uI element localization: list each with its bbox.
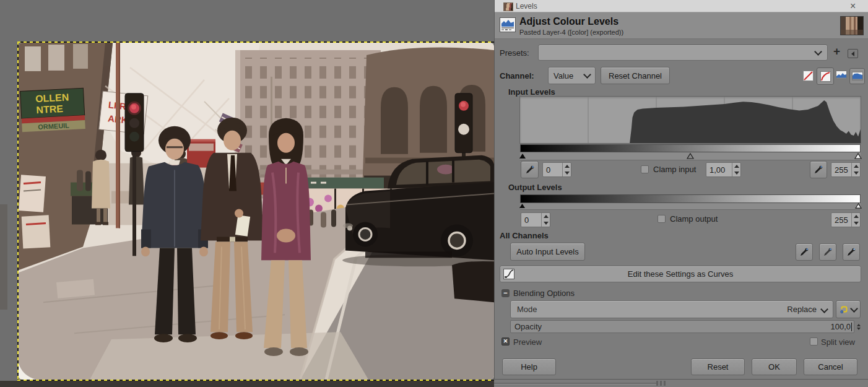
gamma-value: 1,00 <box>706 163 732 176</box>
presets-menu-button[interactable] <box>848 49 858 58</box>
histogram-plot <box>520 97 861 143</box>
window-icon <box>503 2 513 11</box>
linear-histogram-icon[interactable] <box>836 71 847 82</box>
help-button[interactable]: Help <box>502 359 556 375</box>
mode-combo[interactable]: Mode Replace <box>510 300 833 318</box>
chevron-down-icon <box>814 48 822 56</box>
presets-combo[interactable] <box>538 45 828 61</box>
black-picker-button[interactable] <box>521 161 539 178</box>
white-point-slider[interactable] <box>854 153 862 159</box>
pick-black-button[interactable] <box>796 243 813 261</box>
dialog-title: Adjust Colour Levels <box>519 16 618 27</box>
opacity-label: Opacity <box>511 322 542 331</box>
levels-tool-icon <box>500 17 516 32</box>
pick-gray-button[interactable] <box>819 243 836 261</box>
image-canvas[interactable]: OLLEN NTRE ORMEUIL LFRED ARKS <box>19 43 494 380</box>
perceptual-trc-button[interactable] <box>817 67 834 85</box>
check-icon: ✕ <box>503 339 508 344</box>
opacity-value: 100,0 <box>830 322 851 331</box>
split-view-label: Split view <box>821 337 855 347</box>
output-white-value: 255 <box>831 213 851 227</box>
dock-strip <box>494 379 868 387</box>
input-black-value: 0 <box>543 163 562 176</box>
dialog-header: Adjust Colour Levels Pasted Layer-4 ([co… <box>495 12 868 39</box>
blending-options-label: Blending Options <box>513 289 575 298</box>
preview-checkbox[interactable]: ✕ <box>501 337 510 346</box>
close-icon[interactable]: × <box>850 0 856 12</box>
channel-label: Channel: <box>500 71 534 80</box>
spinner[interactable] <box>541 213 550 227</box>
window-title: Levels <box>516 2 537 11</box>
channel-combo[interactable]: Value <box>548 67 596 84</box>
cancel-button[interactable]: Cancel <box>804 359 857 375</box>
preview-label: Preview <box>513 337 542 347</box>
log-histogram-button[interactable] <box>849 68 865 84</box>
pane-grip[interactable] <box>656 381 672 386</box>
linear-trc-icon[interactable] <box>803 71 814 81</box>
add-preset-button[interactable]: + <box>833 45 840 58</box>
blending-expander[interactable]: − <box>501 289 510 297</box>
output-black-slider[interactable] <box>519 203 526 209</box>
edit-as-curves-label: Edit these Settings as Curves <box>500 269 861 279</box>
chevron-down-icon <box>850 305 858 313</box>
all-channels-title: All Channels <box>500 231 549 240</box>
clamp-input-checkbox[interactable] <box>641 165 649 173</box>
layer-thumbnail <box>840 16 864 35</box>
input-black-entry[interactable]: 0 <box>542 162 571 177</box>
black-point-slider[interactable] <box>519 153 526 159</box>
edit-as-curves-button[interactable]: Edit these Settings as Curves <box>500 266 861 282</box>
clamp-output-checkbox[interactable] <box>658 215 666 223</box>
input-gradient-bar <box>520 144 861 152</box>
white-picker-button[interactable] <box>810 161 827 178</box>
split-view-checkbox[interactable] <box>810 337 818 346</box>
auto-input-levels-button[interactable]: Auto Input Levels <box>510 243 585 261</box>
gamma-entry[interactable]: 1,00 <box>706 162 741 177</box>
canvas-bottom-strip <box>0 381 494 387</box>
input-levels-title: Input Levels <box>508 87 555 97</box>
clamp-input-label: Clamp input <box>653 165 696 174</box>
output-black-value: 0 <box>521 213 541 227</box>
histogram-frame <box>519 96 861 144</box>
collapse-minus-icon: − <box>503 290 507 297</box>
text-caret <box>851 323 852 331</box>
dock-groove <box>494 383 656 385</box>
pick-white-button[interactable] <box>843 243 860 261</box>
levels-dialog: Levels × Adjust Colour Levels Pasted Lay… <box>494 0 868 379</box>
output-gradient-bar <box>520 194 861 203</box>
output-slider-track[interactable] <box>520 203 861 210</box>
dialog-titlebar[interactable]: Levels × <box>495 0 868 12</box>
blend-space-button[interactable] <box>836 300 861 318</box>
output-white-entry[interactable]: 255 <box>831 212 861 227</box>
spinner[interactable] <box>732 163 740 176</box>
mode-label: Mode <box>511 305 537 314</box>
presets-label: Presets: <box>500 48 529 58</box>
output-levels-title: Output Levels <box>508 183 562 192</box>
menu-left-triangle-icon <box>851 51 854 56</box>
ok-button[interactable]: OK <box>752 359 797 375</box>
chevron-down-icon <box>583 71 591 79</box>
mode-value: Replace <box>787 305 817 314</box>
reset-channel-button[interactable]: Reset Channel <box>601 67 670 84</box>
gamma-slider[interactable] <box>687 153 694 159</box>
spinner[interactable] <box>851 163 860 176</box>
spinner[interactable] <box>562 163 571 176</box>
layer-boundary-bottom <box>17 380 494 381</box>
input-white-value: 255 <box>831 163 851 176</box>
reset-button[interactable]: Reset <box>691 359 745 375</box>
spinner[interactable] <box>851 213 860 227</box>
input-slider-track[interactable] <box>520 152 861 160</box>
channel-value: Value <box>549 71 584 80</box>
opacity-slider[interactable]: Opacity 100,0 <box>510 320 854 333</box>
output-black-entry[interactable]: 0 <box>521 212 550 227</box>
input-white-entry[interactable]: 255 <box>831 162 861 177</box>
clamp-output-label: Clamp output <box>670 214 718 224</box>
output-white-slider[interactable] <box>855 203 862 209</box>
opacity-spinner[interactable] <box>856 321 861 333</box>
dialog-subtitle: Pasted Layer-4 ([color] (exported)) <box>519 28 623 36</box>
canvas-left-shadow <box>0 204 7 310</box>
legacy-mode-icon <box>840 305 848 314</box>
street-photo: OLLEN NTRE ORMEUIL LFRED ARKS <box>19 43 494 380</box>
chevron-down-icon <box>820 305 828 313</box>
